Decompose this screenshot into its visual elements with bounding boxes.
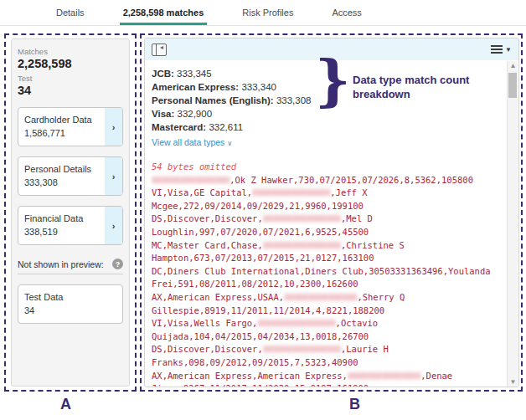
category-card-count: 1,586,771 (24, 128, 99, 138)
datatype-count-value: 332,611 (209, 122, 243, 132)
tab-risk-profiles[interactable]: Risk Profiles (239, 1, 297, 25)
category-card-financial-data[interactable]: Financial Data338,519› (18, 206, 123, 245)
preview-text-segment: Frei,591,08/2011,08/2012,10,2300,162600 (152, 279, 358, 289)
annotation-label-b: B (349, 396, 360, 413)
scroll-down-arrow-icon[interactable]: ▼ (508, 377, 518, 387)
preview-text-segment: Quijada,104,04/2015,04/2034,13,0018,2670… (152, 331, 369, 341)
datatype-count-value: 332,900 (177, 109, 212, 119)
datatype-label: American Express: (152, 82, 241, 92)
category-card-test-data[interactable]: Test Data34 (18, 284, 123, 324)
preview-line-list: 8888888888888888,Ok Z Hawker,730,07/2015… (152, 174, 502, 387)
tab-2-258-598-matches[interactable]: 2,258,598 matches (120, 1, 208, 25)
preview-text-segment: DC,Diners Club International,Diners Club… (152, 266, 491, 276)
preview-toolbar: ▼ (145, 38, 518, 60)
scroll-up-arrow-icon[interactable]: ▲ (508, 61, 518, 71)
redacted-card-number: 888888888888888 (284, 292, 357, 302)
category-card-main: Test Data34 (18, 285, 122, 323)
preview-line: Hampton,673,07/2013,07/2015,21,0127,1631… (152, 252, 502, 265)
preview-line: AX,American Express,American Express,888… (152, 370, 502, 383)
preview-line: Gillespie,8919,11/2011,11/2014,4,8221,18… (152, 305, 502, 318)
datatype-count-list: JCB: 333,345American Express: 333,340Per… (152, 67, 502, 134)
hamburger-menu-icon (491, 44, 503, 55)
matches-stat-value: 2,258,598 (18, 57, 123, 70)
collapse-panel-icon[interactable] (152, 44, 167, 56)
redacted-card-number: 8888888888888888 (263, 344, 341, 354)
preview-line: Jiron,9267,11/2017,11/2030,15,9197,16190… (152, 382, 502, 387)
preview-line: DS,Discover,Discover,8888888888888888,Me… (152, 213, 502, 226)
tab-details[interactable]: Details (53, 1, 88, 25)
preview-line: AX,American Express,USAA,888888888888888… (152, 291, 502, 305)
redacted-card-number: 8888888888888888 (263, 213, 341, 223)
preview-line: 8888888888888888,Ok Z Hawker,730,07/2015… (152, 174, 502, 187)
datatype-count-value: 333,345 (177, 69, 212, 79)
scrollbar-thumb[interactable] (508, 73, 517, 98)
preview-line: Quijada,104,04/2015,04/2034,13,0018,2670… (152, 330, 502, 344)
preview-text-segment: Franks,098,09/2012,09/2015,7,5323,40900 (152, 357, 358, 367)
annotation-label-a: A (60, 396, 71, 413)
preview-text-segment: VI,Visa,Wells Fargo, (152, 318, 257, 328)
redacted-card-number: 8888888888888888 (252, 187, 330, 197)
preview-text-segment: Loughlin,997,07/2020,07/2021,6,9525,4550… (152, 227, 369, 237)
category-card-count: 338,519 (24, 227, 99, 237)
preview-text-segment: ,Octavio (336, 318, 379, 328)
preview-text-segment: ,Mel D (341, 213, 373, 223)
vertical-scrollbar[interactable]: ▲ ▼ (507, 61, 518, 387)
preview-text-segment: ,Denae (420, 371, 452, 381)
datatype-count-value: 333,308 (276, 95, 312, 105)
preview-text-segment: VI,Visa,GE Capital, (152, 187, 252, 197)
preview-text-segment: ,Ok Z Hawker,730,07/2015,07/2026,8,5362,… (229, 175, 473, 185)
datatype-count-jcb: JCB: 333,345 (152, 67, 502, 80)
not-shown-in-preview-row: Not shown in preview: ? (18, 259, 123, 274)
datatype-count-mastercard: Mastercard: 332,611 (152, 120, 502, 134)
preview-text-segment: DS,Discover,Discover, (152, 344, 263, 354)
chevron-right-icon[interactable]: › (105, 108, 122, 146)
redacted-card-number: 8888888888888888 (263, 240, 341, 250)
category-card-personal-details[interactable]: Personal Details333,308› (18, 156, 123, 196)
matches-sidebar: Matches 2,258,598 Test 34 Cardholder Dat… (11, 38, 130, 387)
category-card-main: Cardholder Data1,586,771 (18, 108, 105, 146)
not-shown-in-preview-label: Not shown in preview: (18, 259, 104, 269)
chevron-down-icon: ∨ (227, 140, 232, 147)
view-all-data-types-link[interactable]: View all data types ∨ (152, 137, 232, 147)
data-group-card-list: Cardholder Data1,586,771›Personal Detail… (18, 107, 123, 245)
tab-access[interactable]: Access (328, 1, 364, 25)
bytes-omitted-note: 54 bytes omitted (152, 161, 502, 174)
preview-line: DS,Discover,Discover,8888888888888888,La… (152, 343, 502, 356)
preview-line: Franks,098,09/2012,09/2015,7,5323,40900 (152, 356, 502, 370)
preview-text-segment: Mcgee,272,09/2014,09/2029,21,9960,199100 (152, 201, 364, 211)
preview-body: JCB: 333,345American Express: 333,340Per… (145, 60, 518, 387)
preview-text-segment: Hampton,673,07/2013,07/2015,21,0127,1631… (152, 253, 374, 263)
chevron-right-icon[interactable]: › (105, 157, 122, 195)
preview-text-segment: AX,American Express,American Express, (152, 371, 348, 381)
datatype-label: Visa: (152, 109, 177, 119)
category-card-main: Financial Data338,519 (18, 207, 105, 244)
datatype-count-american-express: American Express: 333,340 (152, 80, 502, 94)
category-card-cardholder-data[interactable]: Cardholder Data1,586,771› (18, 107, 123, 146)
category-card-title: Financial Data (24, 213, 99, 223)
preview-text-segment: ,Jeff X (330, 187, 367, 197)
preview-text-segment: DS,Discover,Discover, (152, 213, 263, 223)
help-icon[interactable]: ? (112, 259, 123, 269)
redacted-card-number: 8888888888888888 (257, 318, 335, 328)
matches-stat-label: Matches (18, 47, 123, 56)
match-preview-text: 54 bytes omitted 8888888888888888,Ok Z H… (152, 161, 502, 387)
datatype-label: Mastercard: (152, 122, 209, 132)
preview-text-segment: ,Laurie H (341, 344, 389, 354)
category-card-main: Personal Details333,308 (18, 157, 105, 195)
datatype-count-value: 333,340 (241, 82, 276, 92)
preview-line: Mcgee,272,09/2014,09/2029,21,9960,199100 (152, 200, 502, 213)
category-card-count: 333,308 (24, 177, 99, 187)
test-stat-label: Test (18, 74, 123, 83)
chevron-right-icon[interactable]: › (105, 207, 122, 244)
preview-text-segment: MC,Master Card,Chase, (152, 240, 263, 250)
category-card-title: Cardholder Data (24, 115, 99, 125)
preview-menu-button[interactable]: ▼ (491, 44, 512, 55)
chevron-down-icon: ▼ (505, 46, 512, 54)
category-card-title: Test Data (24, 292, 116, 302)
category-card-title: Personal Details (24, 164, 99, 174)
preview-text-segment: Jiron,9267,11/2017,11/2030,15,9197,16190… (152, 383, 369, 387)
preview-line: Frei,591,08/2011,08/2012,10,2300,162600 (152, 278, 502, 291)
preview-line: MC,Master Card,Chase,8888888888888888,Ch… (152, 239, 502, 253)
datatype-count-personal-names-english: Personal Names (English): 333,308 (152, 94, 502, 107)
preview-line: VI,Visa,Wells Fargo,8888888888888888,Oct… (152, 317, 502, 330)
